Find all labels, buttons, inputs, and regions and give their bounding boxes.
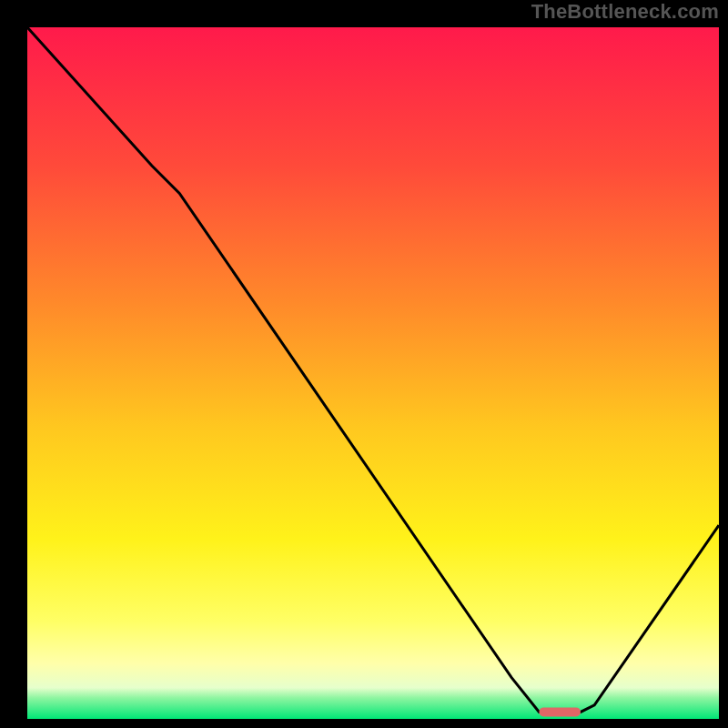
chart-frame: TheBottleneck.com: [0, 0, 728, 728]
optimal-point-marker: [539, 707, 581, 716]
plot-area: [27, 27, 719, 719]
watermark-text: TheBottleneck.com: [531, 0, 719, 24]
bottleneck-chart: [27, 27, 719, 719]
gradient-background: [27, 27, 719, 719]
